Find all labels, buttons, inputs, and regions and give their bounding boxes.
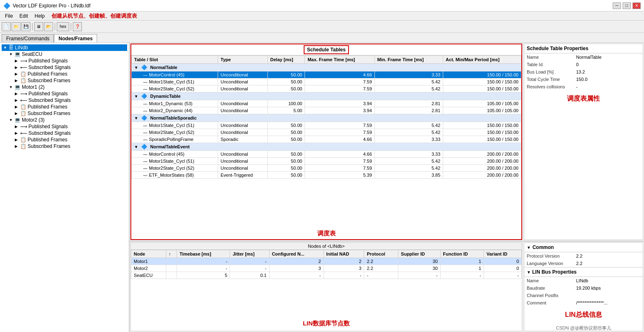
expand-icon-ss2: ▶ xyxy=(15,98,19,102)
tree-item-published-frames-m2[interactable]: ▶ 📋 Published Frames xyxy=(13,136,127,143)
help-menu[interactable]: Help xyxy=(31,12,48,20)
table-row[interactable]: —Motor2State_Cycl (52) Unconditional 50.… xyxy=(132,129,521,136)
title-bar: 🔷 Vector LDF Explorer Pro - LINdb.ldf ─ … xyxy=(0,0,644,12)
node-button[interactable]: 🖥 xyxy=(34,22,43,31)
new-button[interactable]: 📄 xyxy=(2,22,11,31)
nodes-header: Nodes of <LINdb> xyxy=(131,243,522,250)
table-row[interactable]: —Motor1State_Cycl (51) Unconditional 50.… xyxy=(132,122,521,129)
tree-item-lindb[interactable]: ▼ 🗄 LINdb xyxy=(2,44,127,51)
frame-icon-3: 📋 xyxy=(20,104,26,110)
tab-frames-commands[interactable]: Frames/Commands xyxy=(2,34,54,42)
menu-bar: File Edit Help 创建从机节点、创建帧、创建调度表 xyxy=(0,12,644,21)
tree-item-motor1[interactable]: ▼ 💻 Motor1 (2) xyxy=(7,84,127,90)
tree-item-published-frames-m1[interactable]: ▶ 📋 Published Frames xyxy=(13,104,127,110)
tree-item-subscribed-signals-seat[interactable]: ▶ ⟵ Subscribed Signals xyxy=(13,64,127,71)
common-properties-table: Protocol Version2.2Language Version2.2 xyxy=(524,252,643,267)
nodes-col-header: ↑ xyxy=(166,250,177,258)
tree-item-published-signals-seat[interactable]: ▶ ⟶ Published Signals xyxy=(13,58,127,64)
tab-bar: Frames/Commands Nodes/Frames xyxy=(0,33,644,43)
properties-header: Schedule Table Properties xyxy=(524,44,643,53)
edit-menu[interactable]: Edit xyxy=(16,12,31,20)
signal-icon-4: ⟵ xyxy=(20,97,27,103)
open-button[interactable]: 📁 xyxy=(12,22,21,31)
common-title: Common xyxy=(532,244,554,250)
table-row[interactable]: Motor2 - - 3 3 2.2 30 1 0 xyxy=(131,265,522,272)
save-button[interactable]: 💾 xyxy=(21,22,30,31)
schedule-table: Table / Slot Type Delay [ms] Max. Frame … xyxy=(131,55,521,179)
tab-nodes-frames[interactable]: Nodes/Frames xyxy=(54,34,97,42)
linbus-property-row: Channel Postfix xyxy=(524,292,643,299)
table-row[interactable]: —Motor1_Dynamic (53) Unconditional 100.0… xyxy=(132,100,521,107)
tree-label-ps2: Published Signals xyxy=(28,91,67,97)
tree-item-motor2[interactable]: ▼ 💻 Motor2 (3) xyxy=(7,117,127,123)
toolbar: 📄 📁 💾 🖥 📂 hex ❓ xyxy=(0,21,644,33)
tree-item-subscribed-frames-m1[interactable]: ▶ 📋 Subscribed Frames xyxy=(13,110,127,117)
tree-item-published-frames-seat[interactable]: ▶ 📋 Published Frames xyxy=(13,71,127,77)
frame-icon-2: 📋 xyxy=(20,78,26,83)
hex-button[interactable]: hex xyxy=(57,22,69,31)
expand-icon-sf3: ▶ xyxy=(15,144,19,148)
bottom-section: Nodes of <LINdb> Node↑Timebase [ms]Jitte… xyxy=(130,242,644,332)
schedule-header: Schedule Tables xyxy=(131,44,521,55)
minimize-button[interactable]: ─ xyxy=(613,2,621,9)
lindb-icon: 🗄 xyxy=(9,45,14,51)
collapse-icon-linbus[interactable]: ▼ xyxy=(527,270,531,274)
nodes-col-header: Jitter [ms] xyxy=(230,250,269,258)
signal-icon-2: ⟵ xyxy=(20,65,27,70)
tree-item-subscribed-signals-m2[interactable]: ▶ ⟵ Subscribed Signals xyxy=(13,130,127,136)
nodes-table-container[interactable]: Node↑Timebase [ms]Jitter [ms]Configured … xyxy=(131,250,522,316)
tree-label-sf2: Subscribed Frames xyxy=(28,111,70,116)
tree-label-seatecu: SeatECU xyxy=(22,51,42,57)
schedule-group-row[interactable]: ▼ 🔷 NormalTable xyxy=(132,64,521,71)
tree-item-subscribed-signals-m1[interactable]: ▶ ⟵ Subscribed Signals xyxy=(13,97,127,104)
table-row[interactable]: —ETF_MotorStates (58) Event-Triggered 50… xyxy=(132,172,521,179)
table-row[interactable]: Motor1 - - 2 2 2.2 30 1 0 xyxy=(131,258,522,265)
menu-annotation: 创建从机节点、创建帧、创建调度表 xyxy=(51,12,137,20)
footer-text: CSDN @诊断协议那些事儿 xyxy=(524,323,643,331)
close-button[interactable]: ✕ xyxy=(632,2,641,9)
table-row[interactable]: —Motor1State_Cycl (51) Unconditional 50.… xyxy=(132,158,521,165)
schedule-group-row[interactable]: ▼ 🔷 DynamicTable xyxy=(132,92,521,100)
tree-label-motor1: Motor1 (2) xyxy=(22,84,44,90)
tree-item-seatecu[interactable]: ▼ 💻 SeatECU xyxy=(7,51,127,58)
expand-icon-ss3: ▶ xyxy=(15,131,19,135)
table-row[interactable]: —MotorControl (45) Unconditional 50.00 4… xyxy=(132,151,521,158)
folder-button[interactable]: 📂 xyxy=(44,22,53,31)
tree-item-published-signals-m2[interactable]: ▶ ⟶ Published Signals xyxy=(13,123,127,130)
tree-label-motor2: Motor2 (3) xyxy=(22,117,44,123)
nodes-col-header: Protocol xyxy=(364,250,398,258)
tree-item-subscribed-frames-m2[interactable]: ▶ 📋 Subscribed Frames xyxy=(13,143,127,150)
table-row[interactable]: —MotorControl (45) Unconditional 50.00 4… xyxy=(132,71,521,78)
right-container: Schedule Tables Table / Slot Type Delay … xyxy=(130,43,644,332)
tree-item-subscribed-frames-seat[interactable]: ▶ 📋 Subscribed Frames xyxy=(13,77,127,84)
schedule-table-container[interactable]: Table / Slot Type Delay [ms] Max. Frame … xyxy=(131,55,521,228)
schedule-tables-panel: Schedule Tables Table / Slot Type Delay … xyxy=(130,44,522,240)
table-row[interactable]: —SporadicPollingFrame Sporadic 50.00 4.6… xyxy=(132,136,521,143)
expand-icon: ▼ xyxy=(3,46,7,50)
expand-icon-m2: ▼ xyxy=(9,118,13,122)
maximize-button[interactable]: □ xyxy=(623,2,631,9)
table-row[interactable]: —Motor2State_Cycl (52) Unconditional 50.… xyxy=(132,165,521,172)
tree-item-published-signals-m1[interactable]: ▶ ⟶ Published Signals xyxy=(13,90,127,97)
expand-icon-ps1: ▶ xyxy=(15,59,19,63)
table-row[interactable]: —Motor1State_Cycl (51) Unconditional 50.… xyxy=(132,78,521,85)
signal-icon-3: ⟶ xyxy=(20,91,27,97)
window-controls: ─ □ ✕ xyxy=(613,2,641,9)
table-row[interactable]: SeatECU 5 0.1 - - - - - - xyxy=(131,272,522,279)
tree-label-ps3: Published Signals xyxy=(28,124,67,129)
top-section: Schedule Tables Table / Slot Type Delay … xyxy=(130,43,644,242)
schedule-props-annotation: 调度表属性 xyxy=(524,90,643,107)
schedule-group-row[interactable]: ▼ 🔷 NormalTableEvent xyxy=(132,143,521,151)
expand-icon-m1: ▼ xyxy=(9,85,13,89)
collapse-icon-common[interactable]: ▼ xyxy=(527,245,531,250)
nodes-panel: Nodes of <LINdb> Node↑Timebase [ms]Jitte… xyxy=(130,242,522,331)
table-row[interactable]: —Motor2_Dynamic (44) Unconditional 5.00 … xyxy=(132,107,521,114)
frame-icon-6: 📋 xyxy=(20,143,26,149)
nodes-col-header: Function ID xyxy=(440,250,484,258)
help-button[interactable]: ❓ xyxy=(73,22,82,31)
schedule-group-row[interactable]: ▼ 🔷 NormalTableSporadic xyxy=(132,114,521,122)
file-menu[interactable]: File xyxy=(2,12,16,20)
col-min-frame: Min. Frame Time [ms] xyxy=(374,56,443,64)
table-row[interactable]: —Motor2State_Cycl (52) Unconditional 50.… xyxy=(132,85,521,92)
expand-icon-ss1: ▶ xyxy=(15,65,19,69)
